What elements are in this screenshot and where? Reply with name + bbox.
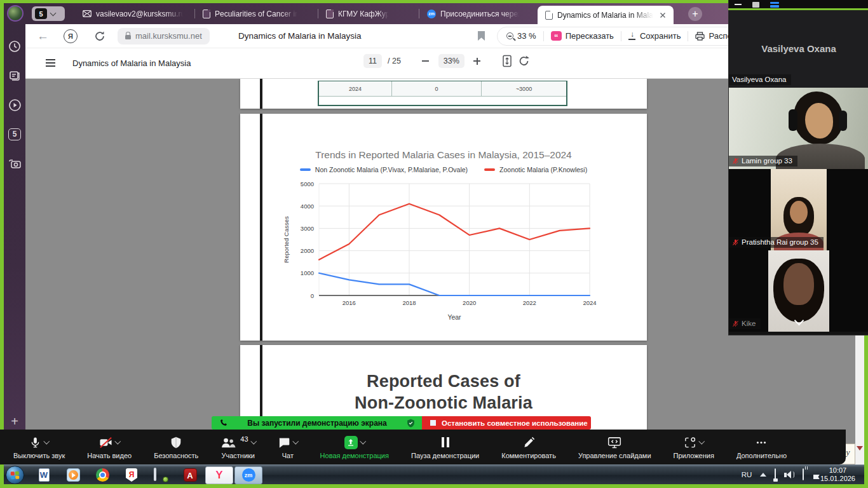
microphone-icon	[29, 437, 41, 449]
tab-label: Присоединиться через	[440, 10, 521, 18]
svg-text:2016: 2016	[342, 299, 356, 306]
start-video-button[interactable]: Начать видео	[81, 430, 137, 464]
yandex-services-icon[interactable]: Я	[64, 29, 78, 43]
language-indicator[interactable]: RU	[742, 471, 752, 478]
fit-page-icon[interactable]	[502, 55, 512, 67]
quote-icon: “	[551, 31, 562, 41]
network-icon[interactable]	[775, 469, 776, 480]
participants-button[interactable]: 43 Участники	[215, 430, 261, 464]
chevron-up-icon[interactable]	[699, 438, 705, 444]
remote-desktop-icon	[154, 469, 168, 482]
group-separator	[543, 31, 544, 41]
zoom-out-icon	[506, 32, 513, 39]
chevron-up-icon[interactable]	[360, 438, 365, 444]
zoom-video-panel: Vasilyeva Oxana Vasilyeva Oxana Lamin gr…	[728, 0, 868, 336]
chevron-up-icon[interactable]	[115, 438, 121, 444]
more-button[interactable]: Дополнительно	[731, 430, 792, 464]
retell-button[interactable]: “ Пересказать	[551, 31, 614, 41]
pdf-zoom-out-button[interactable]	[419, 54, 433, 68]
address-domain-pill[interactable]: mail.kursksmu.net	[118, 28, 210, 44]
pdf-menu-icon[interactable]	[46, 59, 55, 69]
stop-share-button[interactable]: Остановить совместное использование	[422, 416, 591, 430]
svg-text:2024: 2024	[583, 299, 596, 306]
zoom-icon: zm	[242, 468, 255, 482]
slides-icon	[607, 437, 621, 449]
browser-actions-group: 33 % “ Пересказать ↓ Сохранить Распечата…	[497, 27, 766, 46]
windows-taskbar: W Я A Y zm RU 10:07 15.01.2026	[4, 464, 864, 484]
svg-text:1000: 1000	[301, 269, 314, 276]
taskbar-chrome-button[interactable]	[88, 466, 116, 484]
safely-remove-icon[interactable]	[803, 469, 804, 480]
scroll-down-icon[interactable]	[857, 446, 863, 451]
camera-off-icon	[99, 437, 112, 449]
screenshot-icon[interactable]	[8, 156, 22, 170]
pdf-page-chart: Trends in Reported Malaria Cases in Mala…	[240, 114, 647, 341]
tab-cancer-doc[interactable]: Peculiarities of Cancer in	[195, 3, 318, 24]
taskbar-acrobat-button[interactable]: A	[176, 466, 204, 484]
apps-button[interactable]: Приложения	[668, 430, 720, 464]
address-page-title[interactable]: Dynamics of Malaria in Malaysia	[238, 31, 362, 41]
mic-muted-icon	[732, 158, 739, 165]
browser-profile-avatar[interactable]	[7, 5, 24, 22]
share-status-text: Вы запустили демонстрацию экрана	[227, 419, 407, 428]
minimize-icon[interactable]	[735, 4, 742, 5]
add-icon[interactable]: +	[8, 414, 22, 428]
chat-button[interactable]: Чат	[272, 430, 304, 464]
slide-control-button[interactable]: Управление слайдами	[573, 430, 657, 464]
panel-collapse-chevron[interactable]	[788, 316, 810, 328]
taskbar-yandex-active-button[interactable]: Y	[205, 466, 233, 484]
reload-button[interactable]	[93, 29, 107, 43]
table-cell: 0	[392, 81, 482, 97]
security-button[interactable]: Безопасность	[148, 430, 204, 464]
tabs-badge-icon[interactable]: 5	[8, 127, 22, 141]
new-share-button[interactable]: Новая демонстрация	[315, 430, 395, 464]
tab-mail[interactable]: vasilevaov2@kursksmu.ru	[75, 3, 194, 24]
feed-icon[interactable]	[8, 69, 22, 83]
pdf-zoom-in-button[interactable]	[470, 54, 484, 68]
tray-expand-icon[interactable]	[760, 473, 766, 477]
tab-strip: vasilevaov2@kursksmu.ru Peculiarities of…	[75, 3, 674, 24]
rotate-icon[interactable]	[518, 55, 531, 67]
taskbar-media-player-button[interactable]	[59, 466, 87, 484]
new-tab-button[interactable]: +	[688, 7, 702, 21]
close-icon[interactable]	[660, 12, 666, 18]
tab-active-malaria[interactable]: Dynamics of Malaria in Malaysia	[538, 6, 674, 24]
participant-tile-kike[interactable]: Kike	[729, 250, 868, 332]
tab-zoom-join[interactable]: zm Присоединиться через	[419, 3, 538, 24]
svg-text:0: 0	[311, 292, 314, 299]
participant-name-tag: Vasilyeva Oxana	[729, 74, 791, 85]
participant-tile-lamin[interactable]: Lamin group 33	[729, 88, 868, 169]
page-icon	[203, 10, 210, 18]
pdf-page-input[interactable]: 11	[363, 54, 382, 68]
chevron-up-icon[interactable]	[44, 438, 50, 444]
video-play-icon[interactable]	[8, 98, 22, 112]
start-button[interactable]	[6, 466, 24, 484]
participant-tile-host[interactable]: Vasilyeva Oxana Vasilyeva Oxana	[729, 9, 868, 88]
svg-text:Reported Casses: Reported Casses	[283, 216, 290, 263]
taskbar-zoom-active-button[interactable]: zm	[234, 466, 262, 484]
view-toggle-icon[interactable]	[770, 2, 779, 8]
taskbar-yandex-browser-button[interactable]: Я	[118, 466, 146, 484]
volume-icon[interactable]	[784, 471, 794, 478]
history-icon[interactable]	[8, 39, 22, 53]
participant-tile-pratishtha[interactable]: Pratishtha Rai group 35	[729, 169, 868, 250]
tab-kgmu[interactable]: КГМУ КафЖур	[318, 3, 419, 24]
mic-muted-icon	[732, 239, 739, 246]
taskbar-word-button[interactable]: W	[30, 466, 58, 484]
bookmark-icon[interactable]	[478, 31, 485, 41]
page-zoom-button[interactable]: 33 %	[506, 31, 536, 41]
lock-icon	[125, 35, 131, 39]
chevron-up-icon[interactable]	[250, 438, 256, 444]
line-chart: 0100020003000400050002016201820202022202…	[280, 180, 610, 329]
annotate-button[interactable]: Комментировать	[496, 430, 562, 464]
back-button[interactable]: ←	[37, 29, 49, 43]
taskbar-remote-desktop-button[interactable]	[147, 466, 175, 484]
tab-counter-button[interactable]: 5	[32, 6, 65, 21]
save-button[interactable]: ↓ Сохранить	[628, 31, 681, 41]
restore-icon[interactable]	[752, 2, 759, 8]
mute-button[interactable]: Выключить звук	[8, 430, 71, 464]
chevron-up-icon[interactable]	[293, 438, 299, 444]
pause-share-button[interactable]: Пауза демонстрации	[405, 430, 485, 464]
download-icon: ↓	[628, 32, 636, 40]
clock[interactable]: 10:07 15.01.2026	[820, 466, 858, 483]
